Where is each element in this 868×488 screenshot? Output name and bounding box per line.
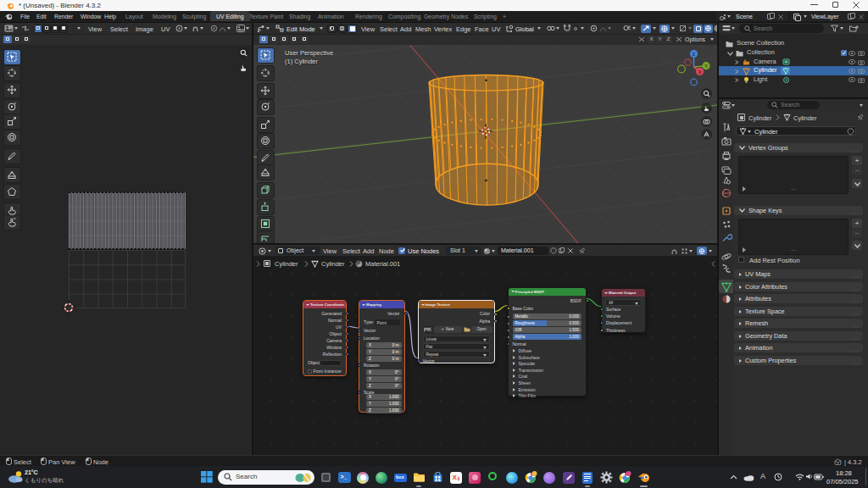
svg-text:Y: Y: [704, 64, 708, 69]
svg-text:X: X: [698, 69, 702, 75]
